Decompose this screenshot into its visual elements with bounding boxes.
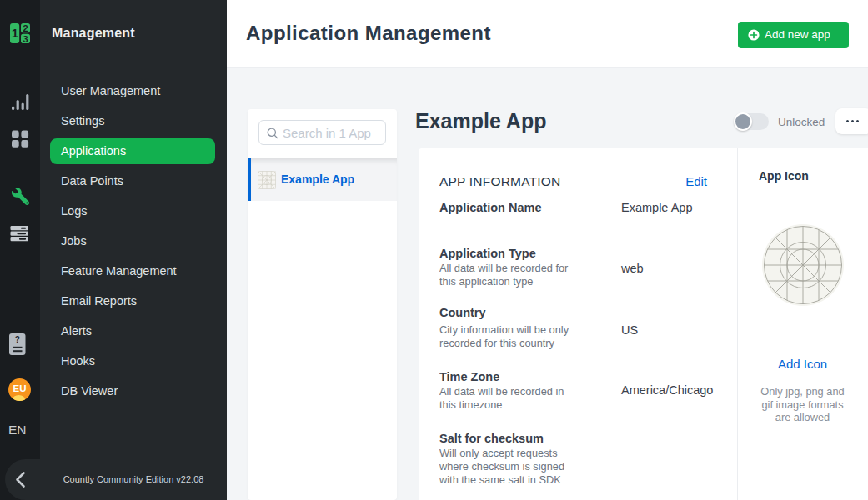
svg-text:1: 1 — [12, 27, 18, 40]
svg-text:2: 2 — [23, 23, 28, 33]
svg-text:3: 3 — [23, 34, 28, 43]
svg-text:?: ? — [15, 335, 20, 344]
